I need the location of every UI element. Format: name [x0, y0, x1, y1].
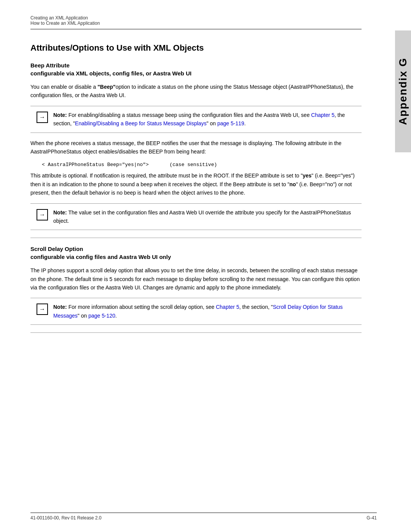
page: Appendix G Creating an XML Application H…	[0, 0, 411, 532]
section-title: Attributes/Options to Use with XML Objec…	[30, 43, 362, 53]
note-box-2: → Note: The value set in the configurati…	[30, 203, 362, 230]
beep-paragraph2: When the phone receives a status message…	[30, 139, 362, 156]
section-divider-1	[30, 238, 362, 238]
scroll-delay-heading1: Scroll Delay Option	[30, 246, 362, 252]
note1-link-chapter5[interactable]: Chapter 5	[311, 112, 335, 118]
note3-link-page[interactable]: page 5-120	[88, 313, 115, 319]
page-header: Creating an XML Application How to Creat…	[0, 0, 392, 29]
main-content: Attributes/Options to Use with XML Objec…	[0, 29, 392, 356]
note-box-3: → Note: For more information about setti…	[30, 298, 362, 325]
note1-link-page[interactable]: page 5-119	[217, 120, 244, 126]
scroll-delay-section: Scroll Delay Option configurable via con…	[30, 246, 362, 325]
beep-attribute-section: Beep Attribute configurable via XML obje…	[30, 62, 362, 230]
note-content-1: Note: For enabling/disabling a status me…	[53, 111, 355, 128]
arrow-icon-3: →	[37, 304, 48, 315]
note-box-1: → Note: For enabling/disabling a status …	[30, 106, 362, 133]
beep-paragraph1: You can enable or disable a "Beep"option…	[30, 83, 362, 100]
beep-attribute-heading2: configurable via XML objects, config fil…	[30, 70, 362, 77]
arrow-icon-1: →	[37, 112, 48, 123]
scroll-paragraph1: The IP phones support a scroll delay opt…	[30, 266, 362, 292]
appendix-tab-text: Appendix G	[397, 58, 409, 125]
section-divider-2	[30, 332, 362, 333]
beep-attribute-heading1: Beep Attribute	[30, 62, 362, 69]
note3-label: Note:	[53, 304, 67, 310]
footer-right: G-41	[366, 515, 377, 521]
breadcrumb-line1: Creating an XML Application	[30, 15, 362, 21]
beep-paragraph3: This attribute is optional. If notificat…	[30, 171, 362, 197]
note-content-2: Note: The value set in the configuration…	[53, 208, 355, 225]
note-content-3: Note: For more information about setting…	[53, 303, 355, 320]
footer-left: 41-001160-00, Rev 01 Release 2.0	[30, 515, 102, 521]
note2-label: Note:	[53, 209, 67, 216]
appendix-tab: Appendix G	[395, 30, 411, 152]
arrow-icon-2: →	[37, 209, 48, 220]
breadcrumb-line2: How to Create an XML Application	[30, 21, 362, 26]
code-line: < AastraIPPhoneStatus Beep="yes|no"> (ca…	[42, 162, 362, 168]
note3-link-chapter5[interactable]: Chapter 5	[216, 304, 239, 310]
page-footer: 41-001160-00, Rev 01 Release 2.0 G-41	[30, 513, 377, 521]
scroll-delay-heading2: configurable via config files and Aastra…	[30, 254, 362, 260]
note1-link-enabling[interactable]: Enabling/Disabling a Beep for Status Mes…	[75, 120, 207, 126]
note1-label: Note:	[53, 112, 67, 118]
